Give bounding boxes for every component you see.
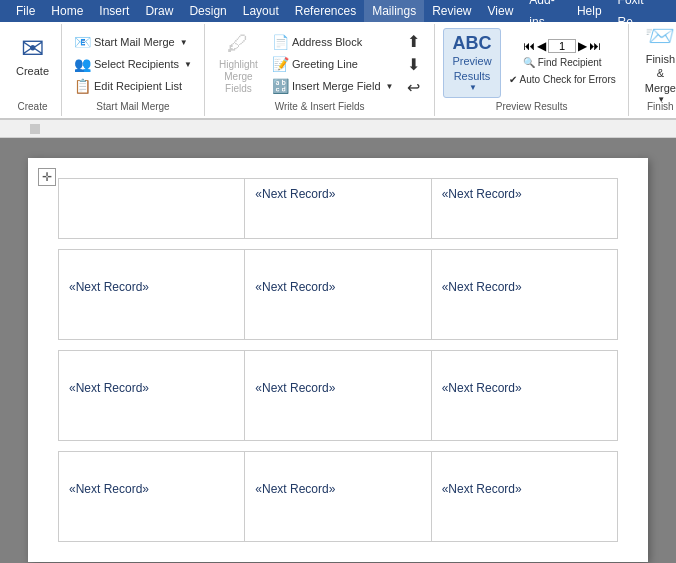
- document-area: ✛ «Next Record» «Next Record» «Next Reco…: [0, 138, 676, 563]
- preview-results-group-label: Preview Results: [496, 101, 568, 112]
- finish-merge-button[interactable]: 📨 Finish &Merge ▼: [637, 28, 676, 98]
- edit-recipient-list-button[interactable]: 📋 Edit Recipient List: [70, 76, 196, 96]
- insert-merge-field-label: Insert Merge Field: [292, 80, 381, 92]
- merge-field-1-2: «Next Record»: [255, 187, 335, 201]
- address-block-icon: 📄: [272, 34, 289, 50]
- select-recipients-button[interactable]: 👥 Select Recipients ▼: [70, 54, 196, 74]
- select-recipients-label: Select Recipients: [94, 58, 179, 70]
- menu-file[interactable]: File: [8, 0, 43, 22]
- record-number-input[interactable]: [548, 39, 576, 53]
- select-recipients-dropdown-icon: ▼: [184, 60, 192, 69]
- move-icon: ✛: [42, 170, 52, 184]
- auto-check-errors-button[interactable]: ✔ Auto Check for Errors: [505, 72, 620, 87]
- insert-merge-icon: 🔡: [272, 78, 289, 94]
- ruler-bar: [44, 124, 672, 134]
- insert-merge-field-button[interactable]: 🔡 Insert Merge Field ▼: [268, 76, 398, 96]
- merge-field-2-3: «Next Record»: [442, 280, 522, 294]
- merge-field-3-2: «Next Record»: [255, 381, 335, 395]
- merge-row-1: «Next Record» «Next Record»: [58, 178, 618, 239]
- check-icon: ✔: [509, 74, 517, 85]
- merge-field-4-1: «Next Record»: [69, 482, 149, 496]
- merge-cell-4-2: «Next Record»: [245, 452, 431, 542]
- last-record-button[interactable]: ⏭: [589, 39, 601, 53]
- merge-field-3-1: «Next Record»: [69, 381, 149, 395]
- greeting-line-icon: 📝: [272, 56, 289, 72]
- write-insert-group-label: Write & Insert Fields: [213, 101, 427, 112]
- merge-cell-2-3: «Next Record»: [432, 250, 618, 340]
- menu-review[interactable]: Review: [424, 0, 479, 22]
- greeting-line-label: Greeting Line: [292, 58, 358, 70]
- document-page: ✛ «Next Record» «Next Record» «Next Reco…: [28, 158, 648, 562]
- merge-field-3-3: «Next Record»: [442, 381, 522, 395]
- merge-cell-3-3: «Next Record»: [432, 351, 618, 441]
- preview-results-label: PreviewResults: [452, 54, 491, 83]
- merge-field-2-2: «Next Record»: [255, 280, 335, 294]
- merge-field-4-2: «Next Record»: [255, 482, 335, 496]
- menu-bar: File Home Insert Draw Design Layout Refe…: [0, 0, 676, 22]
- start-mail-merge-button[interactable]: 📧 Start Mail Merge ▼: [70, 32, 196, 52]
- merge-cell-2-2: «Next Record»: [245, 250, 431, 340]
- menu-insert[interactable]: Insert: [91, 0, 137, 22]
- highlight-icon: 🖊: [227, 31, 249, 57]
- ribbon-content: ✉ Create Create 📧 Start Mail Merge ▼ 👥 S…: [0, 22, 676, 119]
- merge-cell-4-1: «Next Record»: [59, 452, 245, 542]
- merge-field-1-3: «Next Record»: [442, 187, 522, 201]
- next-record-button[interactable]: ▶: [578, 39, 587, 53]
- find-recipient-button[interactable]: 🔍 Find Recipient: [519, 55, 606, 70]
- write-insert-group: 🖊 HighlightMerge Fields 📄 Address Block …: [205, 24, 436, 116]
- finish-merge-label: Finish &Merge: [645, 52, 676, 95]
- menu-references[interactable]: References: [287, 0, 364, 22]
- menu-help[interactable]: Help: [569, 0, 610, 22]
- menu-view[interactable]: View: [480, 0, 522, 22]
- preview-dropdown-icon: ▼: [469, 83, 477, 92]
- highlight-label: HighlightMerge Fields: [219, 59, 258, 95]
- merge-row-3: «Next Record» «Next Record» «Next Record…: [58, 350, 618, 441]
- greeting-line-button[interactable]: 📝 Greeting Line: [268, 54, 398, 74]
- recipients-icon: 👥: [74, 56, 91, 72]
- prev-record-button[interactable]: ◀: [537, 39, 546, 53]
- menu-draw[interactable]: Draw: [137, 0, 181, 22]
- merge-cell-3-1: «Next Record»: [59, 351, 245, 441]
- start-mail-merge-dropdown-icon: ▼: [180, 38, 188, 47]
- nav-up-button[interactable]: ⬆: [403, 30, 424, 53]
- search-icon: 🔍: [523, 57, 535, 68]
- mail-merge-icon: 📧: [74, 34, 91, 50]
- edit-recipient-list-label: Edit Recipient List: [94, 80, 182, 92]
- merge-cell-4-3: «Next Record»: [432, 452, 618, 542]
- nav-extra-button[interactable]: ↩: [403, 76, 424, 99]
- create-label: Create: [16, 65, 49, 77]
- menu-layout[interactable]: Layout: [235, 0, 287, 22]
- start-mail-merge-label: Start Mail Merge: [94, 36, 175, 48]
- merge-cell-1-2: «Next Record»: [245, 179, 431, 239]
- menu-home[interactable]: Home: [43, 0, 91, 22]
- merge-field-4-3: «Next Record»: [442, 482, 522, 496]
- ruler: [0, 120, 676, 138]
- move-handle[interactable]: ✛: [38, 168, 56, 186]
- nav-down-button[interactable]: ⬇: [403, 53, 424, 76]
- merge-cell-3-2: «Next Record»: [245, 351, 431, 441]
- create-group: ✉ Create Create: [4, 24, 62, 116]
- envelope-icon: ✉: [21, 32, 44, 65]
- preview-results-button[interactable]: ABC PreviewResults ▼: [443, 28, 500, 98]
- merge-cell-1-3: «Next Record»: [432, 179, 618, 239]
- finish-group-label: Finish: [647, 101, 674, 112]
- merge-cell-1-1: [59, 179, 245, 239]
- merge-field-2-1: «Next Record»: [69, 280, 149, 294]
- menu-design[interactable]: Design: [181, 0, 234, 22]
- first-record-button[interactable]: ⏮: [523, 39, 535, 53]
- ribbon: ✉ Create Create 📧 Start Mail Merge ▼ 👥 S…: [0, 22, 676, 120]
- start-mail-merge-group: 📧 Start Mail Merge ▼ 👥 Select Recipients…: [62, 24, 205, 116]
- insert-merge-dropdown-icon: ▼: [386, 82, 394, 91]
- address-block-button[interactable]: 📄 Address Block: [268, 32, 398, 52]
- preview-results-group: ABC PreviewResults ▼ ⏮ ◀ ▶ ⏭ 🔍 Fin: [435, 24, 628, 116]
- address-block-label: Address Block: [292, 36, 362, 48]
- create-group-label: Create: [18, 101, 48, 112]
- merge-row-2: «Next Record» «Next Record» «Next Record…: [58, 249, 618, 340]
- menu-mailings[interactable]: Mailings: [364, 0, 424, 22]
- finish-group: 📨 Finish &Merge ▼ Finish: [629, 24, 676, 116]
- create-button[interactable]: ✉ Create: [12, 28, 53, 81]
- finish-merge-icon: 📨: [645, 22, 675, 50]
- merge-row-4: «Next Record» «Next Record» «Next Record…: [58, 451, 618, 542]
- start-mail-merge-group-label: Start Mail Merge: [70, 101, 196, 112]
- highlight-merge-fields-button[interactable]: 🖊 HighlightMerge Fields: [213, 28, 264, 98]
